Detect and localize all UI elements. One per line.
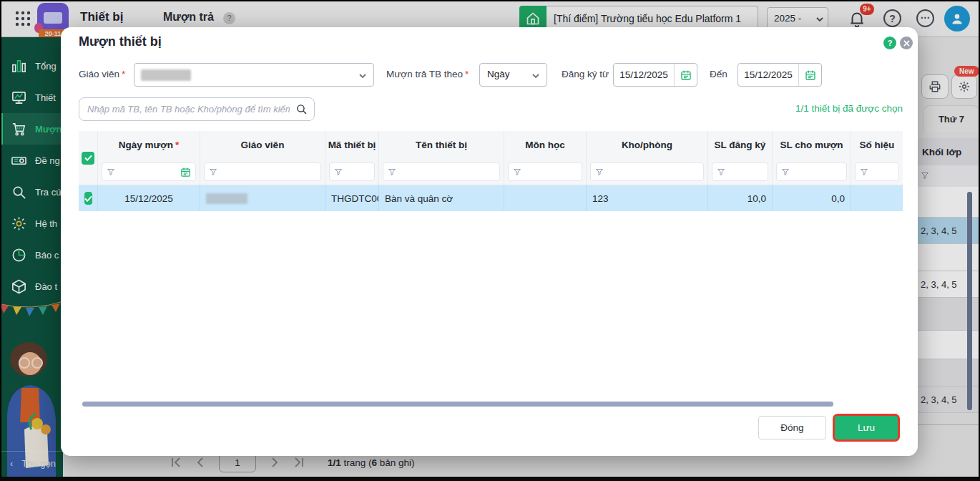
cell-ngay-muon[interactable]: 15/12/2025 (98, 185, 200, 211)
column-header-so-hieu[interactable]: Số hiệu (851, 131, 903, 159)
modal-title: Mượn thiết bị (79, 34, 162, 49)
column-header-ten-thiet-bi[interactable]: Tên thiết bị (379, 131, 504, 159)
calendar-icon[interactable] (180, 167, 191, 178)
modal-close-button[interactable] (900, 37, 913, 49)
select-all-cell (79, 131, 98, 185)
calendar-icon (805, 69, 816, 81)
horizontal-scrollbar[interactable] (82, 402, 833, 407)
from-date-value: 15/12/2025 (614, 64, 674, 86)
calendar-button[interactable] (674, 64, 697, 86)
filter-cell[interactable] (708, 159, 773, 185)
from-date-label: Đăng ký từ (562, 69, 609, 79)
search-icon[interactable] (295, 103, 308, 115)
save-button[interactable]: Lưu (835, 416, 898, 439)
row-checkbox[interactable] (84, 192, 92, 205)
cell-giao-vien[interactable] (200, 185, 325, 211)
filter-funnel-icon (209, 167, 217, 176)
devices-table: Ngày mượn* Giáo viên Mã thiết bị Tên thi… (79, 131, 903, 211)
to-date-value: 15/12/2025 (738, 64, 798, 86)
calendar-icon (680, 69, 692, 81)
bottom-border (0, 477, 980, 481)
select-all-checkbox[interactable] (82, 152, 94, 165)
filter-funnel-icon (334, 167, 343, 176)
filter-funnel-icon (107, 167, 115, 176)
to-date-label: Đến (710, 69, 727, 79)
check-icon (84, 195, 92, 202)
required-mark: * (175, 140, 179, 150)
redacted-teacher-name (206, 193, 248, 204)
close-icon (903, 40, 910, 47)
from-date-input[interactable]: 15/12/2025 (613, 63, 697, 87)
chevron-down-icon (358, 72, 367, 80)
cell-sl-dang-ky[interactable]: 10,0 (708, 185, 773, 211)
teacher-label: Giáo viên* (79, 69, 125, 79)
modal-help-icon[interactable]: ? (883, 37, 896, 49)
cell-so-hieu[interactable] (851, 185, 903, 211)
filter-funnel-icon (717, 167, 725, 176)
cell-ma-thiet-bi[interactable]: THGDTC00... (325, 185, 379, 211)
borrow-by-select[interactable]: Ngày (479, 63, 547, 87)
filter-cell[interactable] (851, 159, 903, 185)
filter-funnel-icon (388, 167, 396, 176)
column-header-mon-hoc[interactable]: Môn học (504, 131, 587, 159)
filter-funnel-icon (781, 167, 790, 176)
required-mark: * (465, 69, 469, 79)
device-search-input[interactable] (79, 97, 315, 121)
check-icon (84, 155, 92, 161)
required-mark: * (122, 69, 125, 79)
column-header-ngay-muon[interactable]: Ngày mượn* (98, 131, 200, 159)
cell-sl-cho-muon[interactable]: 0,0 (773, 185, 851, 211)
teacher-select[interactable] (134, 63, 374, 87)
selected-devices-link[interactable]: 1/1 thiết bị đã được chọn (795, 103, 903, 114)
device-search (79, 97, 315, 121)
column-header-sl-dang-ky[interactable]: SL đăng ký (708, 131, 773, 159)
chevron-down-icon (531, 72, 540, 80)
column-header-sl-cho-muon[interactable]: SL cho mượn (773, 131, 851, 159)
filter-funnel-icon (595, 167, 604, 176)
filter-cell[interactable] (200, 159, 325, 185)
borrow-device-modal: Mượn thiết bị ? Giáo viên* Mượn trả TB t… (61, 27, 918, 456)
row-checkbox-cell (79, 185, 98, 211)
borrow-by-label: Mượn trả TB theo* (386, 69, 469, 79)
column-header-giao-vien[interactable]: Giáo viên (200, 131, 325, 159)
cell-mon-hoc[interactable] (504, 185, 587, 211)
column-header-ma-thiet-bi[interactable]: Mã thiết bị (325, 131, 379, 159)
cell-ten-thiet-bi[interactable]: Bàn và quân cờ (379, 185, 504, 211)
calendar-button[interactable] (798, 64, 821, 86)
cell-kho-phong[interactable]: 123 (587, 185, 708, 211)
app-screen: 20-11 Thiết bị Mượn trả ? [Thí điểm] Trư… (0, 0, 980, 481)
filter-funnel-icon (513, 167, 521, 176)
filter-cell[interactable] (773, 159, 851, 185)
filter-cell[interactable] (325, 159, 379, 185)
to-date-input[interactable]: 15/12/2025 (738, 63, 822, 87)
borrow-by-value: Ngày (487, 69, 510, 79)
filter-cell-date[interactable] (98, 159, 200, 185)
filter-cell[interactable] (504, 159, 587, 185)
close-button[interactable]: Đóng (758, 416, 826, 439)
column-header-kho-phong[interactable]: Kho/phòng (587, 131, 708, 159)
filter-funnel-icon (860, 167, 868, 176)
filter-cell[interactable] (379, 159, 504, 185)
filter-cell[interactable] (587, 159, 708, 185)
redacted-teacher-name (141, 69, 191, 81)
